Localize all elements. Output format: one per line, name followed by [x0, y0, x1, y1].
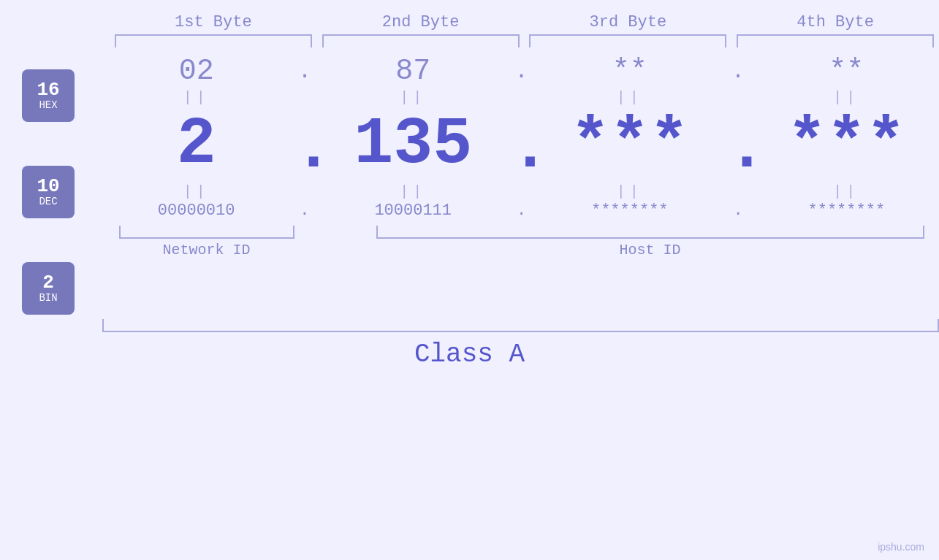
hex-b3-cell: ** — [542, 55, 718, 88]
dec-b2: 135 — [354, 107, 472, 182]
dec-b3: *** — [571, 107, 689, 182]
bin-b3-cell: ******** — [542, 202, 718, 220]
dec-b4-cell: *** — [759, 107, 934, 182]
bin-b2: 10000111 — [374, 202, 452, 220]
hex-number: 16 — [37, 80, 59, 99]
equals-row-2: || || || || — [104, 182, 939, 202]
hex-badge: 16 HEX — [22, 69, 75, 122]
byte-labels-row: 1st Byte 2nd Byte 3rd Byte 4th Byte — [0, 13, 939, 31]
byte2-label: 2nd Byte — [322, 13, 520, 31]
bin-name: BIN — [39, 292, 57, 304]
eq2-b3: || — [542, 183, 718, 200]
equals-row-1: || || || || — [104, 88, 939, 107]
eq2-b1: || — [109, 183, 284, 200]
bin-b4-cell: ******** — [759, 202, 934, 220]
eq2-b2: || — [325, 183, 501, 200]
top-brackets — [0, 34, 939, 47]
dec-dot2: . — [510, 116, 532, 182]
bin-b1-cell: 00000010 — [109, 202, 284, 220]
bin-dot3: . — [727, 202, 749, 220]
hex-dot1: . — [294, 59, 316, 84]
class-label: Class A — [0, 340, 939, 369]
dec-b2-cell: 135 — [325, 107, 501, 182]
dec-name: DEC — [39, 196, 57, 208]
bin-badge: 2 BIN — [22, 262, 75, 315]
hex-b4-cell: ** — [759, 55, 934, 88]
byte4-label: 4th Byte — [737, 13, 934, 31]
bin-dot1: . — [294, 202, 316, 220]
eq1-b2: || — [325, 89, 501, 106]
hex-dot3: . — [727, 59, 749, 84]
bracket-byte1 — [115, 34, 312, 47]
bin-b3: ******** — [591, 202, 669, 220]
dec-b1: 2 — [177, 107, 216, 182]
hex-b3: ** — [612, 55, 647, 88]
host-id-label: Host ID — [376, 242, 924, 258]
hex-name: HEX — [39, 99, 57, 112]
eq2-b4: || — [759, 183, 934, 200]
main-container: 1st Byte 2nd Byte 3rd Byte 4th Byte 16 H… — [0, 0, 939, 560]
network-id-label: Network ID — [119, 242, 294, 258]
bracket-byte4 — [737, 34, 934, 47]
base-badges-column: 16 HEX 10 DEC 2 BIN — [22, 69, 75, 315]
eq1-b4: || — [759, 89, 934, 106]
hex-dot2: . — [510, 59, 532, 84]
byte3-label: 3rd Byte — [529, 13, 726, 31]
bracket-byte3 — [529, 34, 726, 47]
dec-dot1: . — [294, 116, 316, 182]
bin-b4: ******** — [808, 202, 886, 220]
bracket-network — [119, 226, 294, 239]
hex-b1-cell: 02 — [109, 55, 284, 88]
hex-b1: 02 — [179, 55, 214, 88]
outer-bracket — [102, 319, 939, 332]
bracket-byte2 — [322, 34, 520, 47]
footer-site: ipshu.com — [878, 541, 924, 553]
hex-b2: 87 — [395, 55, 430, 88]
bin-row: 00000010 . 10000111 . ******** . *******… — [104, 202, 939, 220]
network-host-labels: Network ID Host ID — [104, 242, 939, 258]
bin-b2-cell: 10000111 — [325, 202, 501, 220]
byte1-label: 1st Byte — [115, 13, 312, 31]
hex-b4: ** — [829, 55, 864, 88]
dec-b1-cell: 2 — [109, 107, 284, 182]
dec-b4: *** — [787, 107, 905, 182]
bottom-brackets-row — [104, 226, 939, 239]
dec-badge: 10 DEC — [22, 166, 75, 218]
bin-dot2: . — [510, 202, 532, 220]
dec-dot3: . — [727, 116, 749, 182]
dec-number: 10 — [37, 177, 59, 196]
bin-b1: 00000010 — [158, 202, 235, 220]
hex-b2-cell: 87 — [325, 55, 501, 88]
hex-row: 02 . 87 . ** . ** — [104, 55, 939, 88]
dec-row: 2 . 135 . *** . *** — [104, 107, 939, 182]
eq1-b1: || — [109, 89, 284, 106]
bin-number: 2 — [42, 273, 54, 292]
eq1-b3: || — [542, 89, 718, 106]
bracket-host — [376, 226, 924, 239]
dec-b3-cell: *** — [542, 107, 718, 182]
